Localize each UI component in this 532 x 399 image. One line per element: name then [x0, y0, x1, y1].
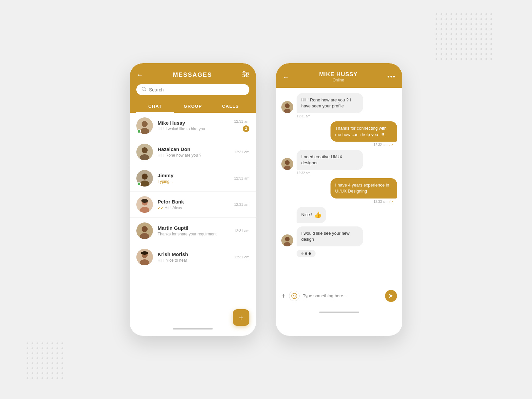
- messages-area: Hii ! Rone how are you ? I have seen you…: [276, 88, 402, 284]
- bubble-5: Nice ! 👍: [297, 207, 326, 223]
- svg-point-35: [285, 237, 290, 241]
- home-bar-right: [319, 312, 359, 313]
- avatar-wrapper-mike: [136, 117, 153, 134]
- message-input[interactable]: [303, 293, 382, 298]
- msg-row-5: Nice ! 👍: [281, 207, 397, 223]
- message-input-area: +: [276, 284, 402, 307]
- svg-point-9: [142, 121, 148, 127]
- thumbs-up-icon: 👍: [314, 211, 322, 219]
- typing-indicator: [297, 250, 316, 257]
- contact-info: MIKE HUSSY Online: [319, 71, 358, 82]
- svg-point-29: [285, 103, 290, 108]
- online-dot-mike: [137, 129, 141, 133]
- msg-group-3: I need creative UI/UX designer 12:32 am: [281, 150, 397, 175]
- chat-time-petor: 12:31 am: [234, 202, 249, 206]
- msg-avatar-3: [281, 158, 293, 170]
- home-bar: [173, 328, 213, 330]
- chat-name-mike: Mike Hussy: [158, 120, 234, 126]
- typing-dot-2: [305, 252, 307, 255]
- back-arrow-right-icon[interactable]: ←: [283, 73, 289, 81]
- chat-item-hazalcan[interactable]: Hazalcan Don Hii ! Rone how are you ? 12…: [130, 139, 256, 165]
- chat-name-petor: Petor Bank: [158, 199, 234, 204]
- chat-item-petor[interactable]: Petor Bank ✓✓ Hii ! Alexy 12:31 am: [130, 192, 256, 218]
- msg-time-1: 12:31 am: [281, 114, 397, 118]
- bubble-3: I need creative UI/UX designer: [297, 150, 363, 170]
- left-header: ← MESSAGES: [130, 63, 256, 113]
- search-input[interactable]: [149, 87, 244, 92]
- chat-preview-martin: Thanks for share your requirment: [158, 232, 234, 236]
- tab-calls[interactable]: CALLS: [212, 100, 249, 113]
- home-indicator-right: [276, 307, 402, 317]
- plus-icon[interactable]: +: [281, 292, 286, 300]
- svg-point-37: [292, 293, 297, 299]
- msg-row-6: I would like see your new design: [281, 226, 397, 246]
- contact-name: MIKE HUSSY: [319, 71, 358, 78]
- chat-item-jimmy[interactable]: Jimmy Typing... 12:31 am: [130, 165, 256, 192]
- emoji-button[interactable]: [289, 291, 300, 301]
- svg-point-38: [293, 295, 294, 296]
- right-phone: ← MIKE HUSSY Online •••: [276, 63, 402, 336]
- msg-time-2: 12:32 am ✓✓: [281, 143, 397, 147]
- chat-item-krish[interactable]: Krish Morish Hii ! Nice to hear 12:31 am: [130, 244, 256, 270]
- msg-time-3: 12:32 am: [281, 171, 397, 175]
- svg-point-15: [142, 174, 148, 180]
- avatar-krish: [136, 249, 153, 265]
- svg-point-12: [142, 147, 148, 153]
- left-phone: ← MESSAGES: [130, 63, 256, 336]
- svg-point-20: [141, 199, 148, 203]
- tick-icon-2: ✓✓: [388, 143, 394, 147]
- bubble-6: I would like see your new design: [297, 226, 363, 246]
- chat-info-petor: Petor Bank ✓✓ Hii ! Alexy: [158, 199, 234, 210]
- msg-time-4: 12:33 am ✓✓: [281, 200, 397, 203]
- svg-point-22: [142, 226, 148, 232]
- send-button[interactable]: [385, 290, 397, 302]
- svg-point-5: [244, 75, 246, 77]
- chat-preview-jimmy: Typing...: [158, 179, 234, 184]
- badge-mike: 3: [243, 125, 249, 132]
- chat-info-krish: Krish Morish Hii ! Nice to hear: [158, 251, 234, 263]
- avatar-wrapper-krish: [136, 249, 153, 265]
- svg-point-39: [295, 295, 295, 296]
- back-arrow-icon[interactable]: ←: [136, 71, 143, 79]
- filter-icon[interactable]: [242, 71, 249, 79]
- chat-item-martin[interactable]: Martin Guptil Thanks for share your requ…: [130, 218, 256, 244]
- chat-meta-martin: 12:31 am: [234, 229, 249, 233]
- msg-avatar-1: [281, 101, 293, 113]
- avatar-martin: [136, 222, 153, 239]
- typing-dot-1: [301, 252, 304, 255]
- avatar-wrapper-jimmy: [136, 170, 153, 187]
- chat-preview-hazalcan: Hii ! Rone how are you ?: [158, 153, 234, 158]
- msg-avatar-6: [281, 234, 293, 246]
- msg-row-4: I have 4 years experience in UI/UX Desig…: [281, 178, 397, 198]
- tab-chat[interactable]: CHAT: [136, 100, 174, 113]
- chat-time-martin: 12:31 am: [234, 229, 249, 233]
- msg-row-1: Hii ! Rone how are you ? I have seen you…: [281, 93, 397, 113]
- nice-text: Nice !: [301, 212, 312, 218]
- chat-info-jimmy: Jimmy Typing...: [158, 173, 234, 184]
- avatar-wrapper-hazalcan: [136, 144, 153, 160]
- chat-time-krish: 12:31 am: [234, 255, 249, 259]
- svg-point-27: [141, 251, 148, 255]
- avatar-wrapper-petor: [136, 196, 153, 213]
- bubble-1: Hii ! Rone how are you ? I have seen you…: [297, 93, 363, 113]
- fab-button[interactable]: +: [233, 309, 249, 326]
- chat-name-krish: Krish Morish: [158, 251, 234, 257]
- search-bar[interactable]: [136, 84, 249, 95]
- chat-info-mike: Mike Hussy Hii ! I wolud like to hire yo…: [158, 120, 234, 131]
- chat-meta-jimmy: 12:31 am: [234, 176, 249, 180]
- chat-name-martin: Martin Guptil: [158, 225, 234, 231]
- svg-line-7: [145, 90, 146, 91]
- tab-group[interactable]: GROUP: [174, 100, 211, 113]
- chat-meta-hazalcan: 12:31 am: [234, 150, 249, 154]
- bubble-2: Thanks for connecting with me how can i …: [331, 121, 397, 141]
- chat-preview-mike: Hii ! I wolud like to hire you: [158, 127, 234, 131]
- chat-name-jimmy: Jimmy: [158, 173, 234, 178]
- avatar-wrapper-martin: [136, 222, 153, 239]
- chat-preview-krish: Hii ! Nice to hear: [158, 258, 234, 263]
- chat-item-mike[interactable]: Mike Hussy Hii ! I wolud like to hire yo…: [130, 113, 256, 139]
- svg-point-32: [285, 160, 290, 165]
- more-options-icon[interactable]: •••: [387, 73, 396, 80]
- right-header: ← MIKE HUSSY Online •••: [276, 63, 402, 88]
- msg-group-4: I have 4 years experience in UI/UX Desig…: [281, 178, 397, 203]
- msg-group-2: Thanks for connecting with me how can i …: [281, 121, 397, 146]
